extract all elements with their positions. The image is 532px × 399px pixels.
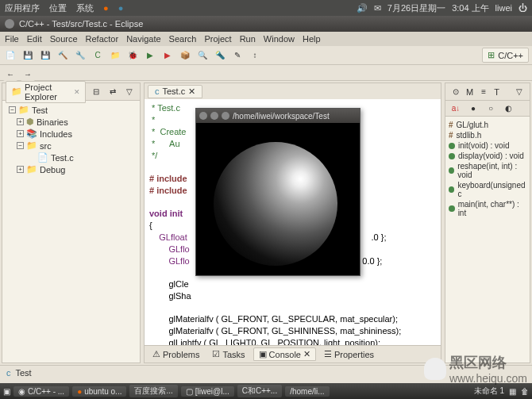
console-tab[interactable]: ▣Console✕	[253, 347, 316, 361]
c-project-icon: 📁	[18, 105, 29, 115]
app-icon[interactable]: ●	[118, 3, 124, 13]
menu-window[interactable]: Window	[264, 34, 295, 44]
search-button[interactable]: 🔦	[213, 48, 227, 63]
new-button[interactable]: 📄	[3, 48, 17, 63]
menu-refactor[interactable]: Refactor	[86, 34, 119, 44]
menu-source[interactable]: Source	[50, 34, 78, 44]
expand-icon[interactable]: +	[17, 118, 24, 125]
link-editor-button[interactable]: ⇄	[106, 85, 120, 99]
outline-function[interactable]: init(void) : void	[449, 140, 526, 151]
new-proj-button[interactable]: 📦	[178, 48, 192, 63]
outline-include[interactable]: #GL/glut.h	[449, 120, 526, 130]
task-eclipse[interactable]: ◉C/C++ - ...	[13, 386, 69, 397]
properties-tab[interactable]: ☰Properties	[319, 348, 379, 360]
close-tab-icon[interactable]: ✕	[74, 88, 80, 96]
task-baidu[interactable]: 百度搜索...	[129, 385, 177, 397]
task-firefox[interactable]: ●ubuntu o...	[72, 386, 126, 397]
build-button[interactable]: 🔨	[56, 48, 70, 63]
external-button[interactable]: ▶	[160, 48, 175, 63]
back-button[interactable]: ←	[3, 67, 17, 81]
project-explorer-view: 📁 Project Explorer ✕ ⊟ ⇄ ▽ − 📁 Test + ⬢ …	[2, 82, 141, 363]
hide-fields-button[interactable]: ●	[466, 102, 480, 116]
task-terminal[interactable]: ▢[liwei@l...	[181, 386, 234, 397]
outline-list[interactable]: #GL/glut.h #stdlib.h init(void) : void d…	[445, 117, 530, 363]
workspace-switcher[interactable]: ▦	[509, 387, 516, 396]
close-tab-icon[interactable]: ✕	[188, 86, 195, 97]
sort-button[interactable]: a↓	[449, 102, 463, 116]
includes-label: Includes	[40, 129, 72, 139]
minimize-icon[interactable]	[210, 112, 218, 120]
user-label[interactable]: liwei	[495, 3, 512, 13]
opengl-output-window[interactable]: /home/liwei/workspace/Test	[195, 108, 360, 276]
expand-icon[interactable]: −	[9, 106, 16, 113]
toggle-button[interactable]: ✎	[230, 48, 245, 63]
system-menu[interactable]: 系统	[76, 2, 94, 14]
editor-tab-testc[interactable]: c Test.c ✕	[148, 85, 202, 98]
watermark: 黑区网络 www.heiqu.com	[424, 353, 527, 385]
build-all-button[interactable]: 🔧	[73, 48, 87, 63]
hide-static-button[interactable]: ○	[484, 102, 498, 116]
close-icon[interactable]	[199, 112, 207, 120]
perspective-switcher[interactable]: ⊞ C/C++	[482, 48, 529, 63]
includes-node[interactable]: + 📚 Includes	[6, 128, 137, 140]
run-button[interactable]: ▶	[143, 48, 157, 63]
project-root[interactable]: − 📁 Test	[6, 104, 137, 116]
outline-function[interactable]: keyboard(unsigned c	[449, 180, 526, 199]
forward-button[interactable]: →	[21, 67, 35, 81]
show-desktop-icon[interactable]: ▣	[3, 387, 10, 396]
glwin-titlebar[interactable]: /home/liwei/workspace/Test	[196, 109, 360, 123]
menu-edit[interactable]: Edit	[27, 34, 42, 44]
expand-icon[interactable]: +	[17, 166, 24, 173]
hide-nonpublic-button[interactable]: ◐	[501, 102, 515, 116]
binaries-node[interactable]: + ⬢ Binaries	[6, 116, 137, 128]
close-tab-icon[interactable]: ✕	[303, 349, 310, 359]
menu-help[interactable]: Help	[303, 34, 321, 44]
view-menu-button[interactable]: ▽	[512, 85, 526, 99]
src-node[interactable]: − 📁 src	[6, 140, 137, 152]
outline-function[interactable]: main(int, char**) : int	[449, 199, 526, 218]
testc-file[interactable]: 📄 Test.c	[6, 152, 137, 163]
menu-project[interactable]: Project	[204, 34, 231, 44]
outline-function[interactable]: reshape(int, int) : void	[449, 161, 526, 180]
expand-icon[interactable]: +	[17, 130, 24, 137]
close-icon[interactable]	[5, 19, 14, 29]
outline-tab[interactable]: ≡	[476, 85, 491, 99]
menu-file[interactable]: File	[5, 34, 19, 44]
expand-icon[interactable]: −	[17, 142, 24, 149]
save-button[interactable]: 💾	[21, 48, 35, 63]
task-label: 百度搜索...	[134, 386, 172, 397]
include-icon: #	[449, 121, 453, 129]
task-writer[interactable]: C和C++...	[237, 385, 282, 397]
make-tab[interactable]: ⊙	[449, 85, 463, 99]
trash-icon[interactable]: 🗑	[521, 387, 529, 396]
debug-node[interactable]: + 📁 Debug	[6, 163, 137, 175]
power-icon[interactable]: ⏻	[519, 3, 527, 13]
outline-view: ⊙ M ≡ T ▽ a↓ ● ○ ◐ #GL/glut.h #stdlib.h …	[445, 82, 530, 363]
open-type-button[interactable]: 🔍	[195, 48, 210, 63]
gnome-taskbar: ▣ ◉C/C++ - ... ●ubuntu o... 百度搜索... ▢[li…	[0, 383, 532, 399]
maximize-icon[interactable]	[222, 112, 229, 120]
debug-button[interactable]: 🐞	[125, 48, 140, 63]
new-folder-button[interactable]: 📁	[108, 48, 122, 63]
apps-menu[interactable]: 应用程序	[5, 2, 40, 14]
breadcrumb-label[interactable]: Test	[16, 368, 32, 378]
new-class-button[interactable]: C	[91, 48, 105, 63]
project-explorer-tab[interactable]: 📁 Project Explorer ✕	[6, 81, 86, 103]
tasks-tab[interactable]: ☑Tasks	[207, 348, 249, 360]
problems-tab[interactable]: ⚠Problems	[148, 348, 204, 360]
outline-include[interactable]: #stdlib.h	[449, 130, 526, 140]
collapse-all-button[interactable]: ⊟	[89, 85, 103, 99]
save-all-button[interactable]: 💾	[38, 48, 52, 63]
places-menu[interactable]: 位置	[49, 2, 67, 14]
outline-function[interactable]: display(void) : void	[449, 151, 526, 161]
annotation-button[interactable]: ↕	[248, 48, 262, 63]
menu-run[interactable]: Run	[240, 34, 256, 44]
task-gl[interactable]: /home/li...	[285, 386, 329, 397]
mail-icon[interactable]: ✉	[374, 3, 381, 13]
volume-icon[interactable]: 🔊	[357, 3, 368, 13]
view-menu-button[interactable]: ▽	[122, 85, 137, 99]
project-tree[interactable]: − 📁 Test + ⬢ Binaries + 📚 Includes − 📁 s…	[2, 101, 140, 363]
firefox-icon[interactable]: ●	[103, 3, 109, 13]
menu-navigate[interactable]: Navigate	[126, 34, 160, 44]
menu-search[interactable]: Search	[169, 34, 197, 44]
